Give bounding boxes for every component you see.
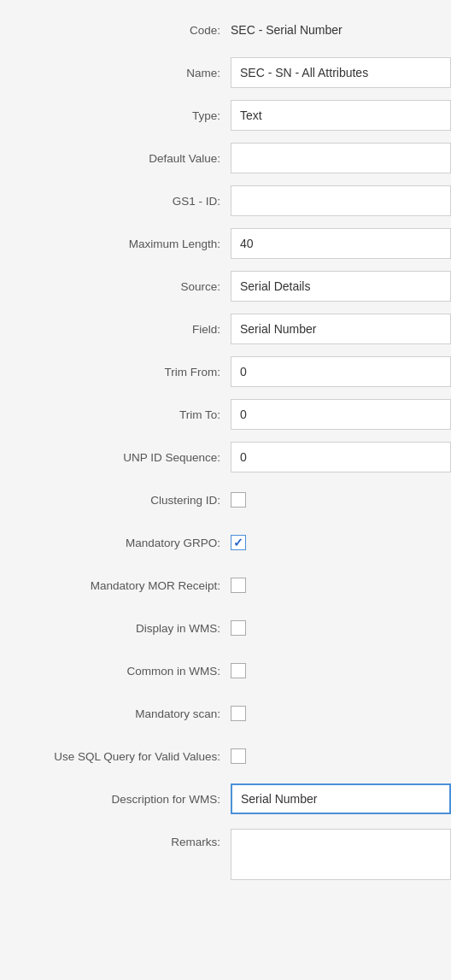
display-in-wms-checkbox[interactable] [231, 620, 246, 636]
clustering-id-row: Clustering ID: [0, 478, 451, 521]
default-value-row: Default Value: [0, 137, 451, 179]
trim-to-label: Trim To: [0, 408, 231, 421]
mandatory-scan-checkbox-wrapper [231, 698, 246, 729]
gs1-id-label: GS1 - ID: [0, 195, 231, 208]
clustering-id-label: Clustering ID: [0, 494, 231, 507]
source-input[interactable] [231, 271, 451, 302]
mandatory-scan-row: Mandatory scan: [0, 692, 451, 735]
display-in-wms-label: Display in WMS: [0, 622, 231, 635]
mandatory-mor-receipt-row: Mandatory MOR Receipt: [0, 564, 451, 607]
gs1-id-input[interactable] [231, 185, 451, 216]
source-label: Source: [0, 280, 231, 293]
use-sql-query-checkbox[interactable] [231, 748, 246, 764]
remarks-row: Remarks: [0, 820, 451, 885]
code-value: SEC - Serial Number [231, 23, 343, 37]
source-row: Source: [0, 265, 451, 308]
field-row: Field: [0, 308, 451, 350]
name-label: Name: [0, 67, 231, 79]
trim-from-label: Trim From: [0, 366, 231, 379]
code-label: Code: [0, 24, 231, 37]
maximum-length-label: Maximum Length: [0, 238, 231, 250]
description-for-wms-label: Description for WMS: [0, 793, 231, 806]
unp-id-sequence-label: UNP ID Sequence: [0, 451, 231, 464]
type-label: Type: [0, 109, 231, 122]
mandatory-mor-receipt-checkbox-wrapper [231, 570, 246, 601]
use-sql-query-label: Use SQL Query for Valid Values: [0, 750, 231, 763]
display-in-wms-checkbox-wrapper [231, 613, 246, 643]
default-value-label: Default Value: [0, 152, 231, 165]
description-for-wms-row: Description for WMS: [0, 778, 451, 820]
use-sql-query-row: Use SQL Query for Valid Values: [0, 735, 451, 778]
trim-from-row: Trim From: [0, 350, 451, 393]
code-row: Code: SEC - Serial Number [0, 9, 451, 51]
field-label: Field: [0, 323, 231, 336]
checkmark-icon: ✓ [233, 537, 243, 549]
unp-id-sequence-input[interactable] [231, 442, 451, 472]
mandatory-scan-checkbox[interactable] [231, 706, 246, 721]
form-container: Code: SEC - Serial Number Name: Type: De… [0, 0, 451, 894]
field-input[interactable] [231, 314, 451, 344]
mandatory-mor-receipt-checkbox[interactable] [231, 578, 246, 593]
default-value-input[interactable] [231, 143, 451, 173]
mandatory-grpo-row: Mandatory GRPO: ✓ [0, 521, 451, 564]
common-in-wms-row: Common in WMS: [0, 649, 451, 692]
maximum-length-row: Maximum Length: [0, 222, 451, 265]
use-sql-query-checkbox-wrapper [231, 741, 246, 772]
description-for-wms-input[interactable] [231, 783, 451, 814]
trim-from-input[interactable] [231, 356, 451, 387]
mandatory-grpo-checkbox[interactable]: ✓ [231, 535, 246, 550]
mandatory-grpo-checkbox-wrapper: ✓ [231, 527, 246, 558]
gs1-id-row: GS1 - ID: [0, 179, 451, 222]
remarks-label: Remarks: [0, 829, 231, 848]
mandatory-grpo-label: Mandatory GRPO: [0, 537, 231, 549]
clustering-id-checkbox-wrapper [231, 484, 246, 515]
type-input[interactable] [231, 100, 451, 131]
trim-to-input[interactable] [231, 399, 451, 430]
unp-id-sequence-row: UNP ID Sequence: [0, 436, 451, 478]
common-in-wms-label: Common in WMS: [0, 665, 231, 678]
mandatory-mor-receipt-label: Mandatory MOR Receipt: [0, 579, 231, 592]
common-in-wms-checkbox-wrapper [231, 655, 246, 686]
name-row: Name: [0, 51, 451, 94]
display-in-wms-row: Display in WMS: [0, 607, 451, 649]
trim-to-row: Trim To: [0, 393, 451, 436]
clustering-id-checkbox[interactable] [231, 492, 246, 508]
common-in-wms-checkbox[interactable] [231, 663, 246, 678]
type-row: Type: [0, 94, 451, 137]
mandatory-scan-label: Mandatory scan: [0, 707, 231, 720]
remarks-input[interactable] [231, 829, 451, 880]
maximum-length-input[interactable] [231, 228, 451, 259]
name-input[interactable] [231, 57, 451, 88]
